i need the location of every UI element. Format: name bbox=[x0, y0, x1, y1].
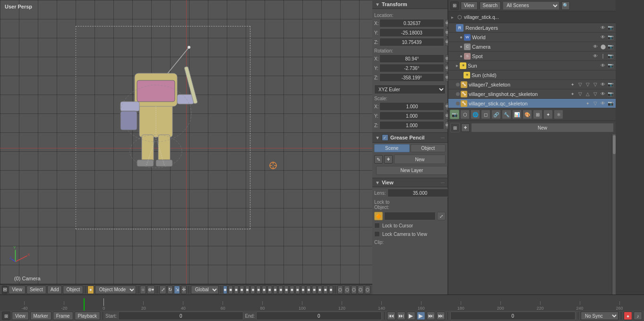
layer12[interactable]: ■ bbox=[284, 286, 289, 294]
stick-expand[interactable] bbox=[456, 102, 460, 105]
layer1[interactable]: ■ bbox=[223, 286, 228, 294]
loc-x-input[interactable] bbox=[379, 19, 444, 27]
prop-constraint-icon[interactable]: 🔗 bbox=[491, 110, 501, 119]
v7-icon4[interactable]: ▽ bbox=[592, 81, 599, 88]
v7-render-icon[interactable]: 📷 bbox=[607, 81, 614, 88]
sun-child-item[interactable]: ☀ Sun (child) bbox=[448, 70, 616, 80]
sl-render-icon[interactable]: 📷 bbox=[607, 91, 614, 97]
scene-add-btn[interactable]: + bbox=[461, 123, 470, 132]
sun-item[interactable]: ▸ ☀ Sun 👁 📷 bbox=[448, 61, 616, 70]
villager-stick-item[interactable]: 🦴 villager_stick.qc_skeleton ✦ ▽ 👁 📷 bbox=[448, 99, 616, 108]
sun-eye-icon[interactable]: 👁 bbox=[600, 62, 606, 69]
v7-icon3[interactable]: ▽ bbox=[584, 81, 591, 88]
sun-expand[interactable]: ▸ bbox=[456, 63, 458, 68]
timeline-frame-btn[interactable]: Frame bbox=[53, 312, 73, 320]
start-frame-input[interactable] bbox=[118, 312, 243, 320]
layer7[interactable]: ■ bbox=[256, 286, 261, 294]
rot-y-input[interactable] bbox=[379, 64, 444, 72]
sl-icon4[interactable]: ▽ bbox=[592, 91, 599, 97]
persp-icon[interactable]: ⬡ bbox=[337, 286, 343, 294]
scale-x-input[interactable] bbox=[379, 102, 444, 111]
audio-btn[interactable]: ♪ bbox=[634, 312, 642, 320]
gp-add-icon[interactable]: + bbox=[384, 155, 393, 164]
gp-checkbox[interactable]: ✓ bbox=[382, 134, 388, 141]
sl-eye-icon[interactable]: 👁 bbox=[600, 91, 606, 97]
layer13[interactable]: ■ bbox=[290, 286, 294, 294]
scene-scrollbar-thumb[interactable] bbox=[613, 135, 616, 154]
layer8[interactable]: ■ bbox=[262, 286, 266, 294]
camera-expand[interactable]: ● bbox=[460, 44, 463, 49]
v7-eye-icon[interactable]: 👁 bbox=[600, 81, 606, 88]
transform-icon[interactable]: ⤢ bbox=[159, 286, 166, 294]
prop-object-icon[interactable]: ◻ bbox=[481, 110, 490, 119]
layer20[interactable]: ■ bbox=[329, 286, 334, 294]
villager-slingshot-item[interactable]: 🦴 villager_slingshot.qc_skeleton ✦ ▽ △ ▽… bbox=[448, 89, 616, 99]
scale-icon[interactable]: ⇲ bbox=[174, 286, 180, 294]
rot-z-input[interactable] bbox=[379, 73, 444, 82]
viewport-icon1[interactable]: ○ bbox=[140, 286, 146, 294]
camera-dot-icon[interactable]: ⬤ bbox=[600, 43, 606, 50]
play-back-btn[interactable]: ▶ bbox=[407, 312, 415, 320]
layer6[interactable]: ■ bbox=[250, 286, 255, 294]
loc-y-input[interactable] bbox=[379, 28, 444, 37]
prop-data-icon[interactable]: 📊 bbox=[512, 110, 522, 119]
rot-x-input[interactable] bbox=[379, 54, 444, 63]
scene-view-btn[interactable]: View bbox=[461, 1, 478, 10]
lens-input[interactable] bbox=[387, 189, 452, 197]
scene-scrollbar[interactable] bbox=[612, 134, 616, 295]
rl-visibility-icon[interactable]: 👁 bbox=[600, 25, 606, 31]
spot-render-icon[interactable]: 📷 bbox=[607, 53, 614, 60]
render-icon[interactable]: ⬡ bbox=[351, 286, 357, 294]
lock-clear-btn[interactable]: ⤢ bbox=[437, 212, 446, 220]
scale-z-input[interactable] bbox=[379, 121, 444, 130]
prop-physics-icon[interactable]: ⚛ bbox=[554, 110, 563, 119]
gp-new-btn[interactable]: New bbox=[394, 155, 446, 164]
camera-render-icon[interactable]: 📷 bbox=[607, 43, 614, 50]
layer17[interactable]: ■ bbox=[312, 286, 317, 294]
layer5[interactable]: ■ bbox=[245, 286, 250, 294]
layer4[interactable]: ■ bbox=[240, 286, 244, 294]
new-row-icon[interactable]: ⊞ bbox=[450, 123, 460, 132]
spot-expand[interactable]: ● bbox=[460, 53, 463, 59]
scene-search-btn[interactable]: Search bbox=[480, 1, 501, 10]
v7-icon1[interactable]: ✦ bbox=[569, 81, 576, 88]
layer16[interactable]: ■ bbox=[306, 286, 311, 294]
scene-type-icon[interactable]: ⊞ bbox=[450, 1, 459, 10]
prop-render-icon[interactable]: 📷 bbox=[450, 110, 459, 119]
jump-start-btn[interactable]: ⏮ bbox=[387, 312, 395, 320]
sl-icon3[interactable]: △ bbox=[584, 91, 591, 97]
layer2[interactable]: ■ bbox=[228, 286, 233, 294]
spot-dot-icon[interactable]: | bbox=[600, 53, 606, 60]
layer3[interactable]: ■ bbox=[234, 286, 239, 294]
spot-eye-icon[interactable]: 👁 bbox=[592, 53, 599, 60]
camera-render-icon[interactable]: ⬡ bbox=[358, 286, 363, 294]
object-menu-btn[interactable]: Object bbox=[63, 286, 83, 294]
rl-render-icon[interactable]: 📷 bbox=[607, 25, 614, 31]
layer15[interactable]: ■ bbox=[301, 286, 306, 294]
st-render-icon[interactable]: 📷 bbox=[607, 100, 614, 107]
viewport-icon2[interactable]: ⊕▾ bbox=[147, 286, 155, 294]
wire-icon[interactable]: ⬡ bbox=[344, 286, 350, 294]
scene-new-btn[interactable]: New bbox=[471, 123, 614, 132]
prop-scene-icon[interactable]: ⬡ bbox=[460, 110, 470, 119]
world-render-icon[interactable]: 📷 bbox=[607, 34, 614, 41]
layer11[interactable]: ■ bbox=[278, 286, 283, 294]
play-btn[interactable]: ▶ bbox=[417, 312, 425, 320]
layer19[interactable]: ■ bbox=[323, 286, 328, 294]
world-eye-icon[interactable]: 👁 bbox=[600, 34, 606, 41]
prop-particles-icon[interactable]: ✦ bbox=[543, 110, 553, 119]
keyframe-btn[interactable]: ● bbox=[624, 312, 632, 320]
cursor-icon[interactable]: ✛ bbox=[181, 286, 187, 294]
sl-icon2[interactable]: ▽ bbox=[577, 91, 584, 97]
prev-frame-btn[interactable]: ⏭ bbox=[397, 312, 405, 320]
st-icon2[interactable]: ▽ bbox=[592, 100, 599, 107]
global-select[interactable]: Global bbox=[191, 286, 219, 294]
sl-icon1[interactable]: ✦ bbox=[569, 91, 576, 97]
search-icon[interactable]: 🔍 bbox=[561, 1, 570, 10]
prop-material-icon[interactable]: 🎨 bbox=[523, 110, 532, 119]
rotate-icon[interactable]: ↻ bbox=[167, 286, 173, 294]
timeline-playback-btn[interactable]: Playback bbox=[75, 312, 101, 320]
render-layers-item[interactable]: R RenderLayers 👁 📷 bbox=[448, 23, 616, 33]
view-menu-btn[interactable]: View bbox=[9, 286, 26, 294]
mode-select[interactable]: Object Mode bbox=[95, 286, 136, 294]
